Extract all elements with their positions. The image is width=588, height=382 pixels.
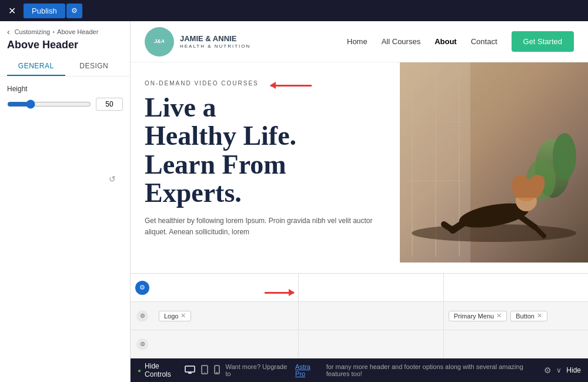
- row-3-cell-2[interactable]: [298, 330, 443, 358]
- preview-wrapper: J&A JAMIE & ANNIE HEALTH & NUTRITION Hom…: [131, 21, 588, 382]
- page-title: Above Header: [7, 39, 123, 51]
- footer-left: ● Hide Controls: [138, 362, 185, 378]
- logo-name: JAMIE & ANNIE: [180, 34, 250, 44]
- row-1-cell-1[interactable]: [154, 274, 298, 301]
- button-tag: Button ✕: [510, 311, 547, 321]
- tab-general[interactable]: GENERAL: [7, 57, 65, 76]
- logo-tag: Logo ✕: [159, 311, 191, 321]
- height-range-input[interactable]: [7, 99, 91, 109]
- row-2-cell-3[interactable]: Primary Menu ✕ Button ✕: [443, 302, 588, 330]
- yoga-svg: [400, 62, 588, 263]
- row-1-handle: ⚙: [131, 281, 154, 295]
- row-3-cells: [154, 330, 588, 358]
- row-3-cell-1[interactable]: [154, 330, 298, 358]
- nav-home[interactable]: Home: [347, 37, 368, 46]
- upgrade-text: Want more? Upgrade to: [226, 363, 290, 377]
- height-number-input[interactable]: [96, 98, 123, 111]
- hide-label-arrow: ∨: [556, 366, 562, 374]
- row-2-gear[interactable]: ⚙: [136, 310, 148, 322]
- height-field: Height ↺: [7, 85, 123, 111]
- astra-pro-link[interactable]: Astra Pro: [295, 363, 320, 377]
- tab-design[interactable]: DESIGN: [65, 57, 123, 76]
- publish-settings-button[interactable]: ⚙: [66, 4, 82, 18]
- row-1-gear[interactable]: ⚙: [135, 281, 149, 295]
- builder-panel: ⚙ ⚙ Logo: [131, 273, 588, 358]
- primary-menu-remove-button[interactable]: ✕: [496, 313, 502, 319]
- preview-nav: J&A JAMIE & ANNIE HEALTH & NUTRITION Hom…: [131, 21, 588, 62]
- hide-controls-label[interactable]: Hide Controls: [145, 362, 184, 378]
- row-2-handle: ⚙: [131, 310, 154, 322]
- main-area: ‹ Customizing • Above Header Above Heade…: [0, 21, 588, 382]
- tabs: GENERAL DESIGN: [7, 57, 123, 76]
- svg-point-22: [204, 372, 205, 373]
- svg-point-8: [553, 133, 576, 180]
- mobile-view-button[interactable]: [214, 365, 220, 376]
- builder-row-3: ⚙: [131, 330, 588, 358]
- hero-left: ON-DEMAND VIDEO COURSES Live a Healthy L…: [131, 62, 400, 263]
- website-preview: J&A JAMIE & ANNIE HEALTH & NUTRITION Hom…: [131, 21, 588, 273]
- row-3-handle: ⚙: [131, 338, 154, 350]
- sidebar-content: Height ↺: [0, 77, 130, 382]
- hero-image: [400, 62, 588, 263]
- breadcrumb-back-button[interactable]: ‹: [7, 27, 10, 36]
- reset-height-button[interactable]: ↺: [109, 174, 116, 184]
- svg-rect-5: [406, 121, 465, 122]
- svg-rect-18: [185, 366, 195, 372]
- get-started-button[interactable]: Get Started: [512, 31, 574, 52]
- nav-about[interactable]: About: [435, 37, 457, 46]
- builder-rows: ⚙ ⚙ Logo: [131, 274, 588, 358]
- row-1-cell-3[interactable]: [443, 274, 588, 301]
- nav-courses[interactable]: All Courses: [382, 37, 420, 46]
- svg-rect-2: [412, 68, 413, 257]
- footer-right: ⚙ ∨ Hide: [544, 366, 581, 375]
- hero-section: ON-DEMAND VIDEO COURSES Live a Healthy L…: [131, 62, 588, 263]
- top-arrow-indicator: [270, 85, 312, 87]
- row-2-cells: Logo ✕ Primary Menu ✕ Button: [154, 302, 588, 330]
- button-remove-button[interactable]: ✕: [537, 313, 542, 319]
- breadcrumb: ‹ Customizing • Above Header: [7, 27, 123, 36]
- row-2-cell-2[interactable]: [298, 302, 443, 330]
- row-3-cell-3[interactable]: [443, 330, 588, 358]
- height-label: Height: [7, 85, 123, 93]
- row-1-cells: [154, 274, 588, 301]
- nav-contact[interactable]: Contact: [471, 37, 497, 46]
- red-arrow-left: [270, 85, 312, 87]
- row-3-gear[interactable]: ⚙: [136, 338, 148, 350]
- sidebar-header: ‹ Customizing • Above Header Above Heade…: [0, 21, 130, 77]
- height-range-row: [7, 98, 123, 111]
- red-arrow-right: [265, 292, 294, 294]
- publish-button[interactable]: Publish: [24, 4, 65, 18]
- hide-button[interactable]: Hide: [566, 366, 581, 374]
- row-2-cell-1[interactable]: Logo ✕: [154, 302, 298, 330]
- logo-remove-button[interactable]: ✕: [181, 313, 186, 319]
- hide-controls-icon: ●: [138, 367, 141, 374]
- tablet-view-button[interactable]: [201, 365, 208, 376]
- nav-links: Home All Courses About Contact Get Start…: [347, 31, 574, 52]
- logo-area: J&A JAMIE & ANNIE HEALTH & NUTRITION: [145, 27, 250, 57]
- footer-gear-button[interactable]: ⚙: [544, 366, 552, 375]
- logo-tagline: HEALTH & NUTRITION: [180, 44, 250, 49]
- footer-bar: ● Hide Controls Want more? Upgrade to As…: [131, 358, 588, 382]
- upgrade-suffix: for many more header and footer options …: [326, 363, 544, 377]
- logo-circle: J&A: [145, 27, 174, 57]
- builder-row-1: ⚙: [131, 274, 588, 302]
- desktop-view-button[interactable]: [185, 366, 195, 376]
- primary-menu-tag: Primary Menu ✕: [449, 311, 507, 321]
- sidebar: ‹ Customizing • Above Header Above Heade…: [0, 21, 131, 382]
- footer-center: Want more? Upgrade to Astra Pro for many…: [185, 363, 544, 377]
- builder-row-2: ⚙ Logo ✕ Primary Menu: [131, 302, 588, 330]
- logo-text-block: JAMIE & ANNIE HEALTH & NUTRITION: [180, 34, 250, 49]
- hero-title: Live a Healthy Life. Learn From Experts.: [145, 94, 386, 207]
- svg-rect-6: [406, 180, 465, 181]
- top-bar-left: ✕ Publish ⚙: [5, 4, 82, 18]
- close-button[interactable]: ✕: [5, 4, 19, 18]
- hero-tag: ON-DEMAND VIDEO COURSES: [145, 80, 386, 87]
- hero-description: Get healthier by following lorem Ipsum. …: [145, 215, 386, 238]
- svg-point-10: [412, 224, 576, 242]
- right-arrow-indicator: [265, 292, 294, 294]
- top-bar: ✕ Publish ⚙: [0, 0, 588, 21]
- row-1-cell-2[interactable]: [298, 274, 443, 301]
